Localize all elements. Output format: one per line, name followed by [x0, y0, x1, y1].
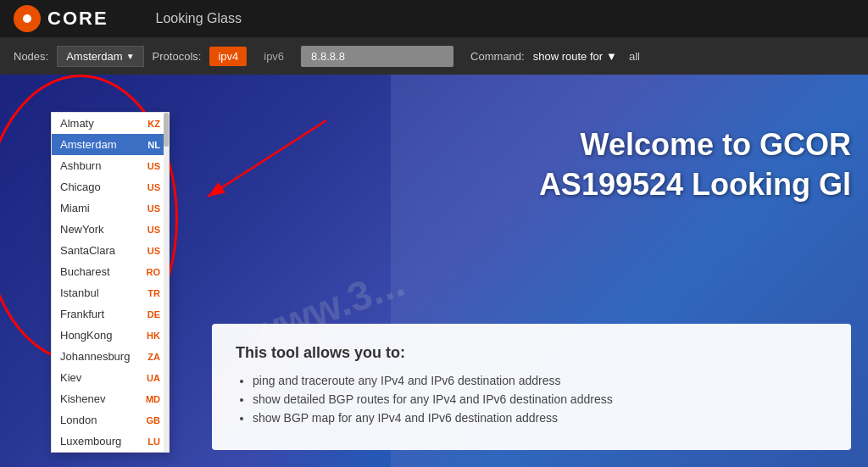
- dropdown-item[interactable]: IstanbulTR: [52, 282, 169, 303]
- dropdown-item[interactable]: SantaClaraUS: [52, 240, 169, 261]
- country-code: UA: [147, 373, 160, 383]
- hero-title: Welcome to GCOR AS199524 Looking Gl: [539, 125, 851, 205]
- selected-node-text: Amsterdam: [66, 50, 122, 63]
- country-code: ZA: [147, 352, 160, 362]
- dropdown-item[interactable]: FrankfurtDE: [52, 303, 169, 325]
- logo-area: CORE: [14, 5, 108, 32]
- command-value[interactable]: show route for ▼: [533, 50, 617, 63]
- country-code: GB: [147, 415, 161, 425]
- city-name: SantaClara: [60, 244, 115, 257]
- country-code: US: [147, 161, 160, 171]
- command-text: show route for: [533, 50, 603, 63]
- dropdown-arrow-icon: ▼: [126, 52, 135, 61]
- city-name: Istanbul: [60, 286, 99, 299]
- city-name: NewYork: [60, 223, 104, 236]
- city-name: Chicago: [60, 181, 101, 193]
- country-code: US: [147, 246, 160, 256]
- city-name: Miami: [60, 202, 90, 214]
- dropdown-item[interactable]: AshburnUS: [52, 155, 169, 176]
- dropdown-item[interactable]: AmsterdamNL: [52, 134, 169, 155]
- city-name: HongKong: [60, 329, 112, 342]
- logo-icon: [14, 5, 41, 32]
- ipv6-button[interactable]: ipv6: [255, 47, 292, 66]
- ip-input[interactable]: [301, 46, 453, 67]
- dropdown-item[interactable]: LuxembourgLU: [52, 431, 169, 452]
- dropdown-item[interactable]: KievUA: [52, 367, 169, 388]
- info-card: This tool allows you to: ping and tracer…: [212, 324, 851, 450]
- city-name: Ashburn: [60, 159, 101, 172]
- command-dropdown-icon: ▼: [606, 50, 617, 63]
- country-code: TR: [147, 288, 160, 298]
- nodes-label: Nodes:: [14, 50, 48, 63]
- city-name: Amsterdam: [60, 138, 116, 151]
- country-code: RO: [147, 267, 161, 277]
- info-card-heading: This tool allows you to:: [236, 344, 827, 362]
- top-bar: CORE Looking Glass: [0, 0, 868, 37]
- logo-text: CORE: [47, 8, 108, 30]
- dropdown-item[interactable]: HongKongHK: [52, 325, 169, 346]
- country-code: HK: [147, 331, 160, 341]
- scrollbar-thumb: [164, 113, 169, 147]
- scrollbar[interactable]: [164, 113, 169, 452]
- dropdown-item[interactable]: BucharestRO: [52, 261, 169, 282]
- hero-title-line2: AS199524 Looking Gl: [539, 165, 851, 205]
- info-card-list: ping and traceroute any IPv4 and IPv6 de…: [236, 374, 827, 425]
- city-name: Johannesburg: [60, 350, 130, 363]
- dropdown-item[interactable]: JohannesburgZA: [52, 346, 169, 367]
- dropdown-item[interactable]: AlmatyKZ: [52, 113, 169, 134]
- svg-line-1: [208, 120, 326, 197]
- city-name: Almaty: [60, 117, 94, 130]
- command-label: Command:: [470, 50, 525, 63]
- hero-section: Welcome to GCOR AS199524 Looking Gl www.…: [0, 75, 868, 467]
- list-item: show BGP map for any IPv4 and IPv6 desti…: [253, 411, 827, 425]
- city-name: Bucharest: [60, 265, 110, 278]
- city-name: Kiev: [60, 371, 81, 384]
- country-code: DE: [147, 309, 160, 320]
- dropdown-item[interactable]: ChicagoUS: [52, 176, 169, 197]
- country-code: LU: [147, 436, 160, 447]
- nodes-dropdown[interactable]: Amsterdam ▼: [57, 46, 143, 67]
- toolbar: Nodes: Amsterdam ▼ Protocols: ipv4 ipv6 …: [0, 37, 868, 75]
- list-item: ping and traceroute any IPv4 and IPv6 de…: [253, 374, 827, 387]
- protocols-label: Protocols:: [153, 50, 202, 63]
- city-name: Luxembourg: [60, 435, 121, 448]
- country-code: MD: [146, 394, 160, 404]
- hero-title-line1: Welcome to GCOR: [539, 125, 851, 165]
- city-name: Frankfurt: [60, 308, 104, 320]
- dropdown-item[interactable]: KishenevMD: [52, 388, 169, 409]
- dropdown-item[interactable]: NewYorkUS: [52, 219, 169, 240]
- country-code: US: [147, 225, 160, 235]
- dropdown-item[interactable]: LondonGB: [52, 409, 169, 431]
- country-code: KZ: [147, 119, 160, 129]
- ipv4-button[interactable]: ipv4: [209, 47, 247, 66]
- page-title: Looking Glass: [156, 11, 242, 26]
- node-dropdown-menu: AlmatyKZAmsterdamNLAshburnUSChicagoUSMia…: [51, 112, 170, 453]
- annotation-arrow: [157, 112, 360, 222]
- list-item: show detailed BGP routes for any IPv4 an…: [253, 392, 827, 406]
- command-suffix: all: [629, 50, 640, 63]
- city-name: London: [60, 414, 97, 426]
- country-code: US: [147, 203, 160, 214]
- country-code: NL: [147, 140, 160, 150]
- dropdown-item[interactable]: MiamiUS: [52, 197, 169, 219]
- country-code: US: [147, 182, 160, 192]
- city-name: Kishenev: [60, 392, 105, 405]
